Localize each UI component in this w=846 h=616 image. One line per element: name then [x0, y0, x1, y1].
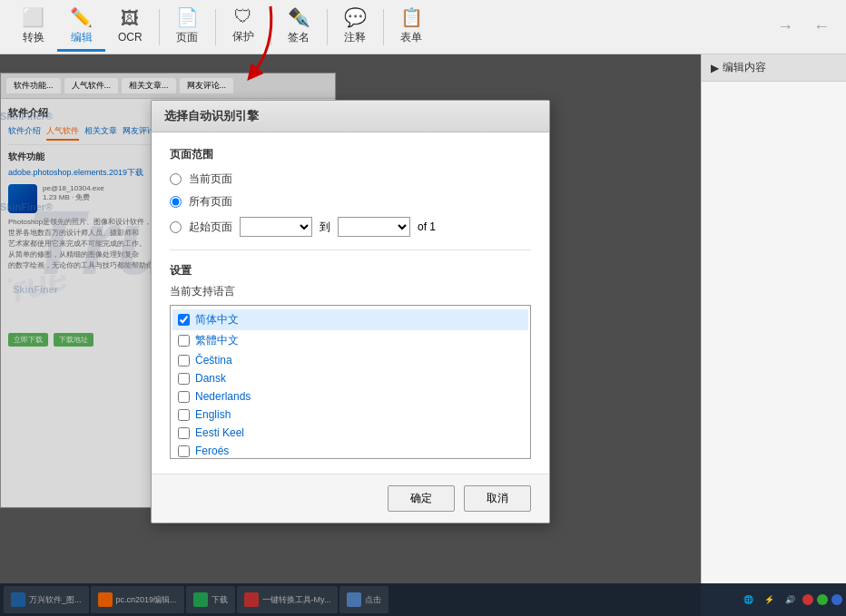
toolbar-forward-icon[interactable]: → — [770, 14, 801, 40]
doc-preview: 软件功能... 人气软件... 相关文章... 网友评论... 软件介绍 软件介… — [0, 54, 701, 616]
radio-from-page: 起始页面 到 of 1 — [170, 217, 531, 237]
radio-current-page: 当前页面 — [170, 171, 531, 187]
protect-icon: 🛡 — [234, 6, 252, 27]
lang-checkbox-1[interactable] — [178, 335, 190, 347]
document-area: ▶ 编辑内容 软件功能... 人气软件... 相关文章... 网友评论... 软… — [0, 54, 846, 616]
cancel-button[interactable]: 取消 — [464, 485, 531, 512]
ocr-engine-dialog: 选择自动识别引擎 页面范围 当前页面 所有页面 — [151, 100, 550, 523]
lang-item-0[interactable]: 简体中文 — [172, 309, 528, 330]
lang-checkbox-4[interactable] — [178, 391, 190, 403]
lang-checkbox-3[interactable] — [178, 373, 190, 385]
toolbar-item-page-label: 页面 — [176, 30, 198, 45]
lang-item-2[interactable]: Čeština — [172, 351, 528, 369]
toolbar-item-edit[interactable]: ✏️ 编辑 — [57, 3, 105, 52]
sys-color-green — [817, 594, 828, 605]
right-panel-arrow-icon: ▶ — [711, 62, 719, 74]
lang-item-4[interactable]: Nederlands — [172, 387, 528, 406]
lang-checkbox-6[interactable] — [178, 427, 190, 439]
separator5 — [383, 9, 384, 45]
toolbar-item-comment[interactable]: 💬 注释 — [331, 3, 379, 52]
radio-current-input[interactable] — [170, 173, 182, 185]
ocr-icon: 🖼 — [121, 8, 139, 29]
lang-item-6[interactable]: Eesti Keel — [172, 424, 528, 442]
toolbar-item-sign-label: 签名 — [288, 30, 310, 45]
page-range-label: 页面范围 — [170, 147, 531, 162]
toolbar-item-comment-label: 注释 — [344, 30, 366, 45]
sign-icon: ✒️ — [288, 6, 310, 28]
lang-name-4: Nederlands — [195, 390, 251, 403]
lang-checkbox-0[interactable] — [178, 314, 190, 326]
divider — [170, 249, 531, 250]
lang-name-2: Čeština — [195, 354, 232, 367]
lang-checkbox-2[interactable] — [178, 355, 190, 367]
to-label: 到 — [320, 220, 330, 235]
of-text: of 1 — [418, 220, 436, 233]
lang-current-label: 当前支持语言 — [170, 284, 531, 299]
taskbar-sys: 🌐 ⚡ 🔊 — [740, 593, 842, 606]
toolbar-item-form-label: 表单 — [400, 30, 422, 45]
convert-icon: ⬜ — [22, 6, 44, 28]
separator3 — [271, 9, 271, 45]
right-panel: ▶ 编辑内容 — [701, 54, 846, 616]
toolbar-back-icon[interactable]: ← — [806, 14, 837, 40]
dialog-title: 选择自动识别引擎 — [152, 101, 549, 132]
lang-name-3: Dansk — [195, 372, 226, 385]
lang-item-7[interactable]: Feroés — [172, 442, 528, 458]
sys-color-red — [802, 594, 813, 605]
toolbar-item-protect-label: 保护 — [232, 29, 254, 44]
lang-list[interactable]: 简体中文繁體中文ČeštinaDanskNederlandsEnglishEes… — [171, 306, 530, 458]
radio-current-label: 当前页面 — [189, 171, 232, 187]
dialog-footer: 确定 取消 — [152, 474, 549, 523]
radio-all-pages: 所有页面 — [170, 194, 531, 210]
sys-icon-globe: 🌐 — [740, 593, 757, 606]
dialog-body: 页面范围 当前页面 所有页面 起始页面 — [152, 132, 549, 474]
radio-from-input[interactable] — [170, 221, 182, 233]
comment-icon: 💬 — [344, 6, 367, 28]
sys-icon-bolt: ⚡ — [761, 593, 778, 606]
sys-color-blue — [831, 594, 842, 605]
toolbar-item-convert-label: 转换 — [23, 30, 44, 45]
lang-list-container: 简体中文繁體中文ČeštinaDanskNederlandsEnglishEes… — [170, 305, 531, 459]
edit-icon: ✏️ — [70, 6, 93, 28]
toolbar: ⬜ 转换 ✏️ 编辑 🖼 OCR 📄 页面 🛡 保护 ✒️ 签名 💬 注释 📋 … — [0, 0, 846, 54]
lang-item-3[interactable]: Dansk — [172, 369, 528, 387]
lang-name-7: Feroés — [195, 445, 229, 457]
separator — [159, 9, 160, 45]
lang-item-5[interactable]: English — [172, 406, 528, 424]
lang-name-5: English — [195, 408, 231, 421]
page-icon: 📄 — [176, 6, 199, 28]
toolbar-item-protect[interactable]: 🛡 保护 — [220, 3, 267, 51]
radio-from-label: 起始页面 — [189, 220, 232, 235]
page-from-select[interactable] — [240, 217, 312, 237]
separator4 — [327, 9, 328, 45]
page-range-radio-group: 当前页面 所有页面 起始页面 到 — [170, 171, 531, 237]
confirm-button[interactable]: 确定 — [388, 485, 455, 512]
toolbar-item-edit-label: 编辑 — [71, 30, 93, 45]
lang-name-6: Eesti Keel — [195, 426, 244, 439]
radio-all-label: 所有页面 — [189, 194, 232, 210]
settings-label: 设置 — [170, 263, 531, 279]
toolbar-item-sign[interactable]: ✒️ 签名 — [275, 3, 323, 52]
radio-all-input[interactable] — [170, 196, 182, 208]
toolbar-item-ocr[interactable]: 🖼 OCR — [105, 5, 155, 50]
sys-icon-sound: 🔊 — [782, 593, 799, 606]
toolbar-item-ocr-label: OCR — [118, 31, 143, 44]
separator2 — [215, 9, 216, 45]
dialog-overlay: 选择自动识别引擎 页面范围 当前页面 所有页面 — [0, 54, 701, 616]
form-icon: 📋 — [400, 6, 423, 28]
toolbar-item-form[interactable]: 📋 表单 — [388, 3, 436, 52]
lang-checkbox-5[interactable] — [178, 409, 190, 421]
lang-checkbox-7[interactable] — [178, 445, 190, 457]
right-panel-title: 编辑内容 — [723, 60, 766, 75]
toolbar-item-page[interactable]: 📄 页面 — [163, 3, 212, 52]
lang-name-1: 繁體中文 — [195, 333, 239, 348]
lang-item-1[interactable]: 繁體中文 — [172, 330, 528, 351]
right-panel-header: ▶ 编辑内容 — [702, 54, 846, 82]
toolbar-item-convert[interactable]: ⬜ 转换 — [9, 3, 57, 52]
page-to-select[interactable] — [338, 217, 410, 237]
lang-name-0: 简体中文 — [195, 312, 239, 328]
toolbar-right: → ← — [770, 14, 837, 40]
